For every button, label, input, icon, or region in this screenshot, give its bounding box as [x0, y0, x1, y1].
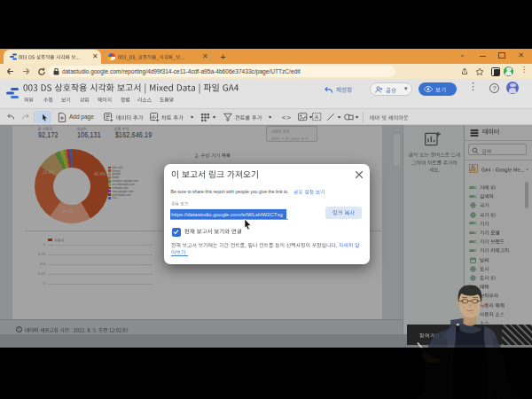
svg-text:A: A: [315, 113, 319, 120]
